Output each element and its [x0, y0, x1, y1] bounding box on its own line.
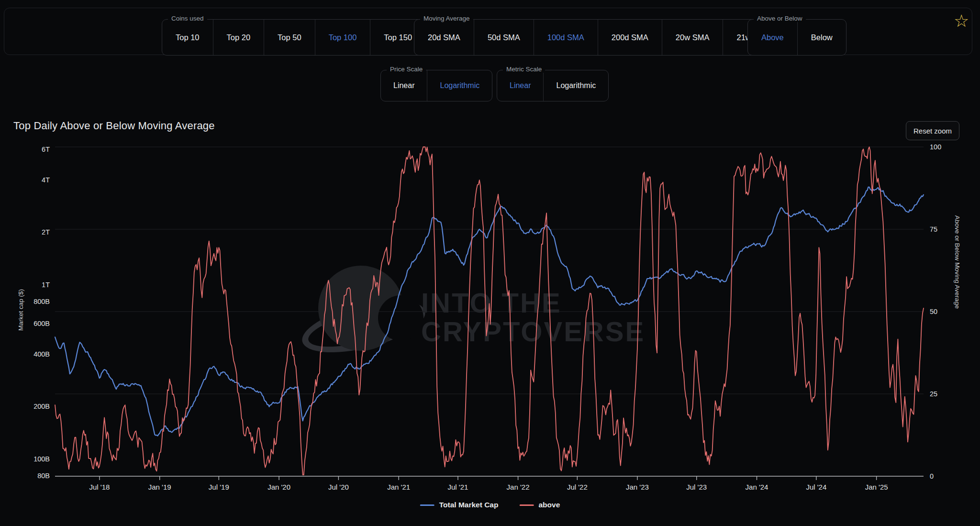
x-tick-label: Jul '20	[328, 483, 349, 491]
left-tick-label: 400B	[33, 350, 50, 358]
left-tick-label: 80B	[37, 472, 50, 480]
x-tick-label: Jan '19	[148, 483, 171, 491]
chart-plot-area[interactable]: Jul '18Jan '19Jul '19Jan '20Jul '20Jan '…	[0, 0, 980, 526]
legend-label: above	[538, 501, 560, 509]
x-tick-label: Jan '20	[267, 483, 290, 491]
left-tick-label: 100B	[33, 455, 50, 463]
right-tick-label: 75	[930, 225, 937, 233]
x-tick-label: Jul '22	[567, 483, 588, 491]
left-tick-label: 600B	[33, 320, 50, 327]
series-above	[55, 147, 924, 475]
x-tick-label: Jan '25	[865, 483, 888, 491]
x-tick-label: Jul '18	[89, 483, 110, 491]
x-tick-label: Jul '24	[806, 483, 826, 491]
right-tick-label: 100	[930, 143, 941, 151]
chart-legend: Total Market Capabove	[420, 501, 560, 509]
x-tick-label: Jan '23	[626, 483, 649, 491]
left-tick-label: 1T	[42, 281, 50, 289]
right-tick-label: 25	[930, 390, 937, 398]
right-tick-label: 50	[930, 308, 937, 315]
x-tick-label: Jan '24	[746, 483, 768, 491]
legend-label: Total Market Cap	[439, 501, 499, 509]
right-tick-label: 0	[930, 472, 934, 480]
x-tick-label: Jan '22	[507, 483, 530, 491]
left-tick-label: 800B	[33, 298, 50, 305]
x-tick-label: Jul '19	[209, 483, 229, 491]
legend-dash-icon	[420, 504, 434, 506]
x-tick-label: Jul '21	[448, 483, 468, 491]
x-tick-label: Jul '23	[686, 483, 707, 491]
left-tick-label: 200B	[33, 403, 50, 410]
legend-dash-icon	[519, 504, 534, 506]
x-tick-label: Jan '21	[387, 483, 410, 491]
left-tick-label: 2T	[42, 228, 50, 236]
left-tick-label: 4T	[42, 176, 50, 184]
legend-item-total-market-cap[interactable]: Total Market Cap	[420, 501, 499, 509]
left-tick-label: 6T	[42, 145, 50, 153]
legend-item-above[interactable]: above	[519, 501, 560, 509]
